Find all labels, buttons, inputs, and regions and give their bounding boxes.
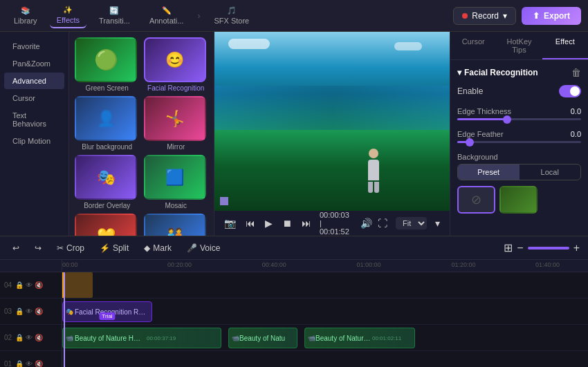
lock-icon[interactable]: 🔒 — [15, 281, 24, 289]
edge-feather-value: 0.0 — [571, 130, 581, 138]
bg-tab-preset[interactable]: Preset — [458, 164, 520, 180]
water-decor — [214, 86, 450, 131]
export-button[interactable]: ⬆ Export — [522, 7, 581, 25]
app-container: 📚 Library ✨ Effects 🔄 Transiti... ✏️ Ann… — [0, 0, 588, 367]
split-button[interactable]: ⚡ Split — [95, 241, 133, 255]
effect-other1[interactable]: 💛 — [75, 214, 140, 236]
tab-library[interactable]: 📚 Library — [7, 3, 44, 28]
play-button[interactable]: ▶ — [264, 216, 274, 230]
track-label-01: 01 🔒 👁 🔇 — [0, 351, 62, 367]
tab-effects[interactable]: ✨ Effects — [50, 3, 86, 28]
edge-thickness-slider[interactable] — [457, 118, 581, 120]
volume-icon[interactable]: 🔊 — [359, 216, 374, 230]
ruler-spacer — [0, 260, 62, 272]
top-bar-right: Record ▾ ⬆ Export — [453, 7, 581, 25]
slider-thumb[interactable] — [503, 115, 511, 124]
effect-mosaic[interactable]: 🟦 Mosaic — [144, 155, 209, 209]
fit-select[interactable]: Fit — [396, 217, 427, 229]
feather-slider-thumb[interactable] — [466, 138, 474, 147]
mute-icon-01[interactable]: 🔇 — [35, 360, 43, 367]
voice-button[interactable]: 🎤 Voice — [183, 241, 224, 255]
effect-other2[interactable]: 🧑‍🤝‍🧑 — [144, 214, 209, 236]
chevron-down-video[interactable]: ▾ — [434, 216, 441, 230]
edge-feather-slider[interactable] — [457, 141, 581, 143]
swatch-green[interactable] — [499, 186, 538, 214]
lock-icon-03[interactable]: 🔒 — [15, 308, 24, 315]
lock-icon-02[interactable]: 🔒 — [15, 334, 24, 341]
track-labels: 04 🔒 👁 🔇 03 🔒 👁 🔇 02 — [0, 260, 62, 367]
timeline-toolbar: ↩ ↪ ✂ Crop ⚡ Split ◆ Mark 🎤 Voice ⊞ − — [0, 236, 588, 260]
beauty-clip-1[interactable]: 📹 Beauty of Nature HD.mp4 00:00:37:19 — [62, 328, 221, 348]
border-thumb-icon: 🎭 — [76, 156, 136, 198]
edge-thickness-label-row: Edge Thickness 0.0 — [457, 107, 581, 115]
tab-cursor[interactable]: Cursor — [450, 32, 496, 59]
main-area: Favorite Pan&Zoom Advanced Cursor Text B… — [0, 32, 588, 236]
delete-button[interactable]: 🗑 — [571, 67, 581, 78]
camera-icon[interactable]: 📷 — [223, 216, 237, 230]
edge-feather-label-row: Edge Feather 0.0 — [457, 130, 581, 138]
facial-label: Facial Recognition — [144, 84, 209, 92]
ruler-mark-80: 01:20:00 — [451, 260, 475, 268]
beauty-clip-3[interactable]: 📹 Beauty of Nature HD.mp4 00:01:02:11 — [304, 328, 415, 348]
sidebar-item-textbehaviors[interactable]: Text Behaviors — [4, 107, 64, 132]
sidebar-item-clipmotion[interactable]: Clip Motion — [4, 133, 64, 149]
sidebar-item-panzoom[interactable]: Pan&Zoom — [4, 55, 64, 72]
eye-icon-01[interactable]: 👁 — [26, 360, 33, 367]
track-label-03: 03 🔒 👁 🔇 — [0, 299, 62, 325]
mute-icon-03[interactable]: 🔇 — [35, 308, 43, 315]
edge-thickness-value: 0.0 — [571, 107, 581, 115]
tab-separator: › — [197, 11, 200, 21]
beauty-clip-2[interactable]: 📹 Beauty of Natu — [228, 328, 297, 348]
zoom-slider[interactable] — [528, 247, 569, 250]
effect-facial[interactable]: 😊 Facial Recognition — [144, 37, 209, 92]
redo-button[interactable]: ↪ — [30, 241, 46, 255]
sidebar-item-advanced[interactable]: Advanced — [4, 73, 64, 89]
sidebar-item-cursor[interactable]: Cursor — [4, 90, 64, 106]
facial-thumb-icon: 😊 — [145, 39, 205, 81]
zoom-in-button[interactable]: + — [573, 242, 580, 254]
mute-icon-02[interactable]: 🔇 — [35, 334, 43, 341]
effect-greenscreen[interactable]: 🟢 Green Screen — [75, 37, 140, 92]
effect-indicator — [220, 197, 228, 205]
crop-button[interactable]: ✂ Crop — [53, 241, 89, 255]
track-03-icons: 🔒 👁 🔇 — [15, 308, 43, 315]
playhead[interactable] — [64, 272, 65, 367]
stop-button[interactable]: ⏹ — [281, 216, 293, 230]
track-02: 📹 Beauty of Nature HD.mp4 00:00:37:19 📹 … — [62, 325, 588, 351]
zoom-out-button[interactable]: − — [517, 242, 523, 254]
mark-button[interactable]: ◆ Mark — [140, 241, 176, 255]
prev-button[interactable]: ⏮ — [244, 216, 257, 230]
bg-tab-local[interactable]: Local — [520, 164, 581, 180]
eye-icon[interactable]: 👁 — [26, 281, 33, 289]
swatch-none[interactable]: ⊘ — [457, 186, 495, 214]
undo-button[interactable]: ↩ — [8, 241, 24, 255]
sidebar-item-favorite[interactable]: Favorite — [4, 38, 64, 55]
lock-icon-01[interactable]: 🔒 — [15, 360, 24, 367]
mosaic-label: Mosaic — [144, 202, 209, 209]
mute-icon[interactable]: 🔇 — [35, 281, 43, 289]
trial-badge: Trial — [99, 312, 115, 320]
effect-border[interactable]: 🎭 Border Overlay — [75, 155, 140, 209]
eye-icon-03[interactable]: 👁 — [26, 308, 33, 315]
crop-icon: ✂ — [57, 243, 64, 253]
enable-toggle[interactable] — [559, 85, 581, 97]
border-label: Border Overlay — [75, 202, 140, 209]
facial-clip[interactable]: 🎭 Facial Recognition Rec... Trial — [62, 301, 152, 322]
effect-mirror[interactable]: 🤸 Mirror — [144, 96, 209, 151]
fit-timeline-button[interactable]: ⊞ — [504, 241, 513, 254]
tab-transitions[interactable]: 🔄 Transiti... — [92, 3, 137, 28]
track-04-clip[interactable] — [65, 272, 93, 298]
tab-annotations[interactable]: ✏️ Annotati... — [143, 3, 191, 28]
record-button[interactable]: Record ▾ — [453, 7, 516, 25]
tab-hotkey[interactable]: HotKey Tips — [496, 32, 542, 59]
effect-blur[interactable]: 👤 Blur background — [75, 96, 140, 151]
eye-icon-02[interactable]: 👁 — [26, 334, 33, 341]
mosaic-thumb-icon: 🟦 — [145, 156, 205, 198]
fullscreen-icon[interactable]: ⛶ — [376, 216, 389, 230]
effects-panel: 🟢 Green Screen 😊 Facial Recognition — [69, 32, 214, 236]
tab-effect[interactable]: Effect — [542, 32, 588, 59]
next-button[interactable]: ⏭ — [300, 216, 313, 230]
tab-sfxstore[interactable]: 🎵 SFX Store — [207, 3, 256, 28]
person-silhouette — [367, 149, 380, 190]
clip2-icon: 📹 — [232, 335, 239, 341]
